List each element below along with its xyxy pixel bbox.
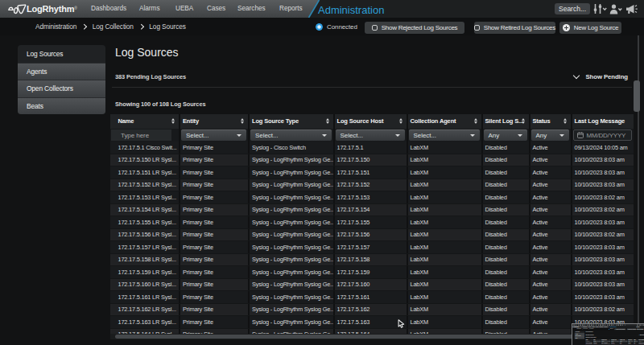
nav-item-searches[interactable]: Searches bbox=[237, 0, 266, 18]
sidebar-item-beats[interactable]: Beats bbox=[18, 97, 105, 115]
table-row[interactable]: 172.17.5.154 LR Sysl... Primary Site Sys… bbox=[110, 204, 634, 217]
checkbox-icon[interactable] bbox=[474, 25, 480, 31]
cell-status: Active bbox=[529, 291, 571, 303]
log-source-type-filter-select[interactable]: Select... bbox=[250, 129, 332, 141]
cell-collection-agent: LabXM bbox=[407, 266, 481, 278]
column-header-status[interactable]: Status bbox=[529, 114, 571, 129]
breadcrumb-log-sources[interactable]: Log Sources bbox=[149, 23, 186, 31]
table-row[interactable]: 172.17.5.156 LR Sysl... Primary Site Sys… bbox=[110, 229, 634, 242]
column-header-silent-log[interactable]: Silent Log S... bbox=[481, 114, 529, 129]
sort-icon[interactable] bbox=[241, 118, 245, 125]
entity-filter-select[interactable]: Select... bbox=[181, 129, 246, 141]
pip-show-pending: Show Pending bbox=[638, 335, 644, 335]
horizontal-scrollbar-thumb[interactable] bbox=[115, 335, 629, 339]
new-log-source-button[interactable]: New Log Source bbox=[559, 22, 621, 34]
column-header-log-source-host[interactable]: Log Source Host bbox=[333, 114, 407, 129]
nav-item-reports[interactable]: Reports bbox=[279, 0, 303, 18]
filter-select-value: Select... bbox=[414, 132, 436, 139]
cell-last-log-message: 10/10/2023 8:02 am bbox=[571, 191, 634, 203]
pip-el: Show Retired Log Sources bbox=[628, 329, 636, 330]
pip-tool-btn: Show Retired Log Sources bbox=[627, 328, 637, 330]
checkbox-icon[interactable] bbox=[372, 25, 378, 31]
nav-item-administration-active[interactable]: Administration bbox=[318, 2, 384, 18]
cell-status: Active bbox=[529, 216, 571, 228]
log-source-host-filter-select[interactable]: Select... bbox=[336, 129, 405, 141]
table-row[interactable]: 172.17.5.157 LR Sysl... Primary Site Sys… bbox=[110, 241, 634, 254]
cell-last-log-message: 10/10/2023 8:03 am bbox=[571, 279, 634, 291]
divider bbox=[112, 87, 632, 88]
show-retired-button[interactable]: Show Retired Log Sources bbox=[474, 22, 555, 34]
table-row[interactable]: 172.17.5.158 LR Sysl... Primary Site Sys… bbox=[110, 254, 634, 267]
table-row[interactable]: 172.17.5.152 LR Sysl... Primary Site Sys… bbox=[110, 179, 634, 192]
sort-icon[interactable] bbox=[522, 118, 526, 125]
column-header-name[interactable]: Name bbox=[110, 114, 179, 129]
pip-f-select: Select... bbox=[619, 341, 627, 343]
nav-item-dashboards[interactable]: Dashboards bbox=[91, 0, 126, 18]
sort-icon[interactable] bbox=[474, 118, 478, 125]
name-filter-input[interactable]: Type here bbox=[111, 129, 171, 141]
vertical-scrollbar-thumb[interactable] bbox=[634, 80, 640, 112]
table-row[interactable]: 172.17.5.159 LR Sysl... Primary Site Sys… bbox=[110, 266, 634, 279]
table-row[interactable]: 172.17.5.162 LR Sysl... Primary Site Sys… bbox=[110, 304, 634, 317]
table-row[interactable]: 172.17.5.151 LR Sysl... Primary Site Sys… bbox=[110, 166, 634, 179]
table-row[interactable]: 172.17.5.153 LR Sysl... Primary Site Sys… bbox=[110, 191, 634, 204]
status-filter-select[interactable]: Any bbox=[531, 129, 569, 141]
silent-log-filter-select[interactable]: Any bbox=[484, 129, 527, 141]
sort-icon[interactable] bbox=[564, 118, 568, 125]
sliders-icon[interactable] bbox=[593, 0, 607, 18]
table-row[interactable]: 172.17.5.155 LR Sysl... Primary Site Sys… bbox=[110, 216, 634, 229]
show-rejected-button[interactable]: Show Rejected Log Sources bbox=[365, 22, 464, 34]
cell-entity: Primary Site bbox=[179, 304, 248, 316]
cell-silent-log: Disabled bbox=[481, 241, 529, 253]
brand[interactable]: LogRhythm® bbox=[8, 0, 77, 18]
sort-icon[interactable] bbox=[171, 118, 175, 125]
sidebar-item-agents[interactable]: Agents bbox=[18, 63, 105, 80]
cell-entity: Primary Site bbox=[179, 204, 248, 216]
date-filter-input[interactable]: MM/DD/YYYY bbox=[573, 129, 633, 141]
show-pending-toggle[interactable]: Show Pending bbox=[574, 73, 628, 80]
date-placeholder: MM/DD/YYYY bbox=[587, 132, 626, 139]
cell-last-log-message: 10/10/2023 8:03 am bbox=[571, 216, 634, 228]
column-label: Last Log Message bbox=[575, 117, 625, 125]
table-row[interactable]: 172.17.5.1 Cisco Swit... Primary Site Sy… bbox=[110, 142, 634, 154]
table-row[interactable]: 172.17.5.161 LR Sysl... Primary Site Sys… bbox=[110, 291, 634, 304]
cell-name: 172.17.5.152 LR Sysl... bbox=[110, 179, 179, 191]
breadcrumb-log-collection[interactable]: Log Collection bbox=[93, 23, 134, 31]
table-row[interactable]: 172.17.5.163 LR Sysl... Primary Site Sys… bbox=[110, 316, 634, 329]
cell-log-source-host: 172.17.5.154 bbox=[333, 204, 407, 216]
megaphone-icon[interactable] bbox=[625, 0, 638, 18]
horizontal-scrollbar[interactable] bbox=[110, 334, 634, 339]
screen-share-thumbnail[interactable]: Log Sources LogRhythm Dashboards Alarms … bbox=[572, 323, 644, 345]
nav-item-ueba[interactable]: UEBA bbox=[175, 0, 193, 18]
filter-cell: Any bbox=[481, 129, 529, 142]
filter-cell: Select... bbox=[333, 129, 407, 142]
table-row[interactable]: 172.17.5.150 LR Sysl... Primary Site Sys… bbox=[110, 154, 634, 167]
column-header-last-log-message[interactable]: Last Log Message bbox=[571, 114, 634, 129]
cell-silent-log: Disabled bbox=[481, 304, 529, 316]
cell-name: 172.17.5.161 LR Sysl... bbox=[110, 291, 179, 303]
column-header-entity[interactable]: Entity bbox=[179, 114, 248, 129]
pip-el: Show Pending bbox=[640, 335, 644, 335]
sidebar-item-open-collectors[interactable]: Open Collectors bbox=[18, 80, 105, 97]
nav-item-alarms[interactable]: Alarms bbox=[139, 0, 159, 18]
dropdown-arrow-icon bbox=[470, 134, 475, 137]
filter-cell: MM/DD/YYYY bbox=[571, 129, 634, 142]
cell-collection-agent: LabXM bbox=[407, 304, 481, 316]
collection-agent-filter-select[interactable]: Select... bbox=[409, 129, 480, 141]
column-header-log-source-type[interactable]: Log Source Type bbox=[248, 114, 333, 129]
breadcrumb-administration[interactable]: Administration bbox=[35, 23, 76, 31]
sort-icon[interactable] bbox=[326, 118, 330, 125]
nav-item-cases[interactable]: Cases bbox=[207, 0, 225, 18]
sidebar-item-log-sources[interactable]: Log Sources bbox=[18, 45, 105, 63]
cell-status: Active bbox=[529, 154, 571, 166]
user-icon[interactable] bbox=[609, 0, 622, 18]
sort-icon[interactable] bbox=[399, 118, 403, 125]
pip-el: Select... bbox=[601, 341, 604, 342]
column-header-collection-agent[interactable]: Collection Agent bbox=[407, 114, 481, 129]
cell-log-source-type: Syslog - LogRhythm Syslog Ge... bbox=[248, 279, 333, 291]
cell-entity: Primary Site bbox=[179, 154, 248, 166]
pip-f-select: Any bbox=[628, 341, 633, 343]
table-row[interactable]: 172.17.5.160 LR Sysl... Primary Site Sys… bbox=[110, 279, 634, 292]
search-button[interactable]: Search... bbox=[555, 3, 590, 14]
filter-cell: Type here bbox=[110, 129, 179, 142]
